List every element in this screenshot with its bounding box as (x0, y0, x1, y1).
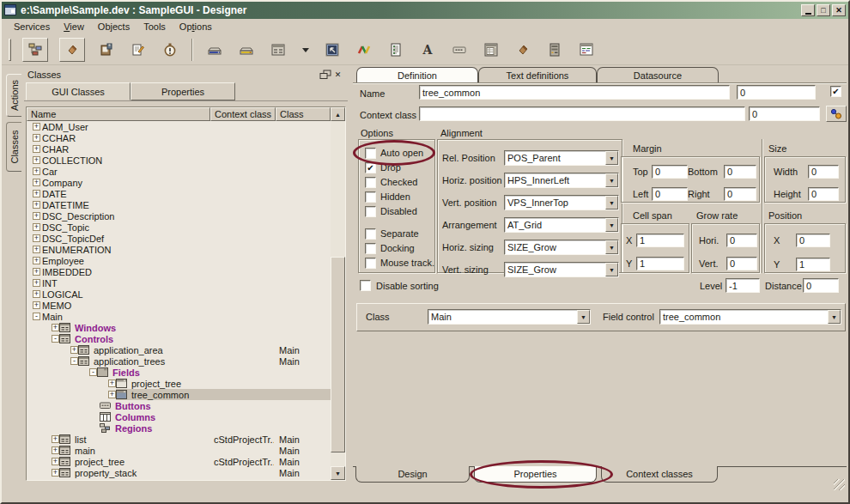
separate-checkbox[interactable] (365, 228, 376, 240)
tree-row[interactable]: Buttons (27, 400, 331, 411)
expander-icon[interactable]: + (33, 190, 40, 197)
form-window-icon[interactable] (268, 39, 288, 60)
tab-gui-classes[interactable]: GUI Classes (26, 82, 131, 100)
expander-icon[interactable]: + (33, 201, 40, 209)
grow-rate-vert-input[interactable]: 0 (726, 257, 757, 270)
tree-row[interactable]: Columns (27, 411, 331, 422)
expander-icon[interactable]: + (33, 279, 40, 287)
hidden-checkbox[interactable] (365, 191, 376, 203)
expander-icon[interactable]: + (33, 223, 40, 231)
chevron-down-icon[interactable]: ▼ (605, 151, 618, 165)
expander-icon[interactable]: + (33, 268, 40, 276)
title-bar[interactable]: e:\Sample\Sample.dev : SampleGUI - Desig… (2, 2, 848, 19)
tab-datasource[interactable]: Datasource (597, 67, 719, 82)
expander-icon[interactable]: + (33, 134, 40, 142)
tree-row[interactable]: +Car (27, 166, 331, 177)
tree-row[interactable]: +DATETIME (27, 199, 331, 210)
tree-row[interactable]: +mainMain (27, 445, 331, 456)
tab-properties[interactable]: Properties (131, 82, 235, 100)
vert-position-dropdown[interactable]: VPS_InnerTop▼ (504, 195, 619, 210)
grid-window-icon[interactable] (481, 39, 501, 60)
tree-row[interactable]: +INT (27, 277, 331, 288)
ribbon-icon[interactable] (354, 39, 374, 60)
expander-icon[interactable]: + (108, 380, 116, 387)
expander-icon[interactable]: + (108, 391, 116, 398)
tree-row[interactable]: -Controls (27, 333, 331, 344)
size-width-input[interactable]: 0 (808, 165, 839, 179)
window-close-icon[interactable]: ✕ (832, 4, 846, 16)
expander-icon[interactable]: + (70, 346, 78, 354)
vert-sizing-dropdown[interactable]: SIZE_Grow▼ (504, 262, 619, 277)
tab-definition[interactable]: Definition (356, 67, 478, 82)
dock-tab-classes[interactable]: Classes (6, 122, 21, 172)
tree-row[interactable]: +LOGICAL (27, 288, 331, 300)
edit-note-icon[interactable] (128, 39, 149, 60)
rel-position-dropdown[interactable]: POS_Parent▼ (504, 150, 619, 166)
arrangement-dropdown[interactable]: AT_Grid▼ (504, 217, 619, 233)
column-header-context-class[interactable]: Context class (210, 107, 276, 121)
toolbar-handle[interactable] (9, 39, 11, 61)
distance-input[interactable]: 0 (803, 278, 839, 293)
mouse-track-checkbox[interactable] (365, 258, 376, 269)
name-input[interactable]: tree_common (419, 85, 730, 100)
tree-row[interactable]: +tree_common (27, 389, 331, 400)
resize-grip[interactable] (834, 479, 845, 490)
class-dropdown[interactable]: Main ▼ (428, 309, 591, 325)
expander-icon[interactable]: - (70, 357, 78, 365)
panel-arrow-icon[interactable] (322, 39, 343, 60)
scrollbar-thumb[interactable] (331, 257, 345, 452)
checked-checkbox[interactable] (365, 177, 376, 188)
report-icon[interactable] (386, 39, 406, 60)
stopwatch-icon[interactable] (160, 39, 180, 60)
tree-row[interactable]: +MEMO (27, 300, 331, 311)
expander-icon[interactable]: + (33, 301, 40, 309)
margin-right-input[interactable]: 0 (724, 187, 756, 201)
save-book-icon[interactable] (96, 39, 117, 60)
column-header-name[interactable]: Name (27, 107, 210, 121)
tree-row[interactable]: +Company (27, 177, 331, 188)
menu-tools[interactable]: Tools (137, 21, 173, 33)
server-icon[interactable] (544, 39, 565, 60)
class-hierarchy-icon[interactable] (22, 38, 48, 62)
disable-sorting-checkbox[interactable] (360, 280, 371, 291)
window-minimize-icon[interactable] (801, 4, 815, 16)
tab-properties[interactable]: Properties (474, 466, 597, 483)
tree-row[interactable]: +IMBEDDED (27, 266, 331, 277)
tree-row[interactable]: -Main (27, 311, 331, 322)
font-icon[interactable]: A (417, 39, 438, 60)
expander-icon[interactable]: - (52, 335, 59, 343)
tree-row[interactable]: +COLLECTION (27, 155, 331, 166)
chevron-down-icon[interactable]: ▼ (605, 218, 618, 232)
tree-row[interactable]: -Fields (27, 367, 331, 378)
docking-checkbox[interactable] (365, 243, 376, 254)
chevron-down-icon[interactable]: ▼ (828, 310, 841, 324)
tree-row[interactable]: +CCHAR (27, 132, 331, 143)
eraser-icon[interactable] (59, 38, 85, 62)
context-aux-input[interactable]: 0 (749, 106, 820, 121)
tree-row[interactable]: Regions (27, 422, 331, 434)
expander-icon[interactable]: - (89, 368, 97, 376)
tree-row[interactable]: +DATE (27, 188, 331, 199)
expander-icon[interactable]: + (33, 234, 40, 242)
expander-icon[interactable]: + (52, 324, 59, 331)
tree-row[interactable]: -application_treesMain (27, 355, 331, 367)
code-window-icon[interactable] (576, 39, 597, 60)
menu-objects[interactable]: Objects (91, 21, 137, 33)
expander-icon[interactable]: - (33, 313, 40, 320)
chevron-down-icon[interactable]: ▼ (577, 310, 590, 324)
chevron-down-icon[interactable]: ▼ (605, 240, 618, 254)
chevron-down-icon[interactable]: ▼ (605, 173, 618, 187)
tree-row[interactable]: +Windows (27, 322, 331, 333)
expander-icon[interactable]: + (52, 469, 59, 477)
expander-icon[interactable]: + (33, 179, 40, 186)
scroll-down-icon[interactable]: ▼ (331, 466, 345, 480)
expander-icon[interactable]: + (52, 435, 59, 443)
menu-options[interactable]: Options (173, 21, 219, 33)
tree-row[interactable]: +project_treecStdProjectTr...Main (27, 456, 331, 467)
name-checkbox[interactable]: ✔ (830, 86, 841, 97)
eraser2-icon[interactable] (513, 39, 533, 60)
expander-icon[interactable]: + (33, 123, 40, 131)
tab-context-classes[interactable]: Context classes (601, 466, 718, 483)
expander-icon[interactable]: + (33, 167, 40, 175)
menu-services[interactable]: Services (7, 21, 57, 33)
